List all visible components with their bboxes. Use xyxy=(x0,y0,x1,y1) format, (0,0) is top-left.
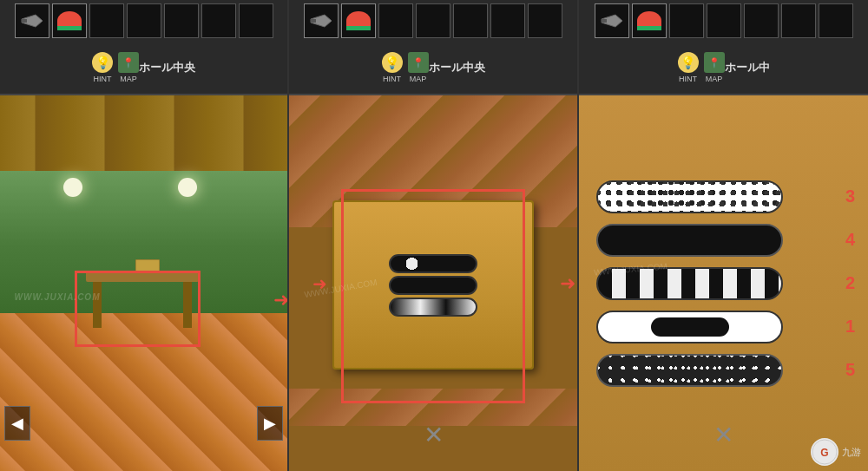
flowers-pattern-5 xyxy=(598,356,781,385)
band-number-1: 1 xyxy=(845,317,855,337)
left-location-label: ホール中央 xyxy=(139,60,195,75)
middle-scene-area: ➜ ➜ WWW.JUXIA.COM ✕ xyxy=(289,95,577,471)
main-container: 💡 HINT 📍 MAP ホール中央 xyxy=(0,0,868,471)
left-watermark: WWW.JUXIA.COM xyxy=(15,292,101,302)
middle-inventory-row xyxy=(304,3,562,38)
right-hint-label: HINT xyxy=(679,75,697,83)
logo-badge: G 九游 xyxy=(811,438,861,466)
knife-icon xyxy=(20,13,44,29)
middle-inv-slot-7[interactable] xyxy=(528,3,562,38)
middle-map-label: MAP xyxy=(410,75,427,83)
left-selection-box xyxy=(75,271,201,347)
panel-middle: 💡 HINT 📍 MAP ホール中央 xyxy=(289,0,579,471)
right-inv-slot-5[interactable] xyxy=(744,3,779,38)
left-to-middle-arrow: ➜ xyxy=(273,291,287,310)
right-inv-slot-7[interactable] xyxy=(819,3,853,38)
panel-right: 💡 HINT 📍 MAP ホール中 xyxy=(579,0,868,471)
middle-inv-slot-4[interactable] xyxy=(416,3,450,38)
right-map-icon: 📍 xyxy=(704,52,725,73)
band-visual-5 xyxy=(596,354,783,387)
svg-text:G: G xyxy=(820,447,828,459)
svg-rect-1 xyxy=(22,19,27,23)
watermelon-icon xyxy=(57,11,82,30)
right-watermelon-icon xyxy=(637,11,661,30)
middle-controls-row: 💡 HINT 📍 MAP ホール中央 xyxy=(382,45,485,90)
band-visual-3 xyxy=(596,180,783,213)
middle-hint-icon: 💡 xyxy=(382,52,403,73)
inv-slot-4[interactable] xyxy=(127,3,161,38)
middle-location-label: ホール中央 xyxy=(429,60,485,75)
logo-svg: G xyxy=(812,439,838,465)
right-inv-slot-knife[interactable] xyxy=(595,3,629,38)
middle-watermelon-icon xyxy=(346,11,371,30)
middle-hint-button[interactable]: 💡 HINT xyxy=(382,52,403,83)
band-number-4: 4 xyxy=(845,230,855,250)
box-scene: ➜ ➜ WWW.JUXIA.COM ✕ xyxy=(289,95,577,471)
middle-map-icon: 📍 xyxy=(408,52,429,73)
logo-text: 九游 xyxy=(842,446,861,459)
inv-slot-3[interactable] xyxy=(89,3,124,38)
left-inventory-row xyxy=(15,3,273,38)
right-close-button[interactable]: ✕ xyxy=(707,417,741,452)
middle-knife-icon xyxy=(309,13,333,29)
band-item-3[interactable]: 3 xyxy=(596,180,833,213)
band-number-2: 2 xyxy=(845,273,855,293)
middle-inv-slot-6[interactable] xyxy=(490,3,525,38)
hint-icon: 💡 xyxy=(92,52,113,73)
right-hint-map: 💡 HINT 📍 MAP xyxy=(678,52,725,83)
right-knife-icon xyxy=(600,13,624,29)
svg-rect-5 xyxy=(602,19,607,23)
band-number-3: 3 xyxy=(845,186,855,206)
room-scene: ➜ WWW.JUXIA.COM ◀ ▶ xyxy=(0,95,287,471)
middle-selection-box xyxy=(341,189,526,403)
band-item-1[interactable]: 1 xyxy=(596,311,833,343)
left-top-bar: 💡 HINT 📍 MAP ホール中央 xyxy=(0,0,287,95)
left-scene-area: ➜ WWW.JUXIA.COM ◀ ▶ xyxy=(0,95,287,471)
middle-hint-map: 💡 HINT 📍 MAP xyxy=(382,52,429,83)
panel-left: 💡 HINT 📍 MAP ホール中央 xyxy=(0,0,289,471)
middle-hint-label: HINT xyxy=(383,75,401,83)
band-visual-1 xyxy=(596,311,783,343)
band-item-5[interactable]: 5 xyxy=(596,354,833,387)
middle-close-button[interactable]: ✕ xyxy=(416,417,450,452)
inv-slot-7[interactable] xyxy=(239,3,273,38)
right-inventory-row xyxy=(595,3,853,38)
inv-slot-watermelon[interactable] xyxy=(52,3,87,38)
right-inv-slot-3[interactable] xyxy=(669,3,704,38)
map-label: MAP xyxy=(120,75,137,83)
right-map-label: MAP xyxy=(706,75,723,83)
center-oval xyxy=(651,317,729,337)
right-inv-slot-6[interactable] xyxy=(781,3,816,38)
nav-arrow-left[interactable]: ◀ xyxy=(4,406,30,441)
right-inv-slot-4[interactable] xyxy=(707,3,741,38)
right-hint-icon: 💡 xyxy=(678,52,699,73)
inv-slot-knife[interactable] xyxy=(15,3,49,38)
middle-to-right-arrow: ➜ xyxy=(560,272,575,295)
middle-inv-slot-watermelon[interactable] xyxy=(341,3,376,38)
inv-slot-5[interactable] xyxy=(164,3,199,38)
inv-slot-6[interactable] xyxy=(201,3,236,38)
right-hint-button[interactable]: 💡 HINT xyxy=(678,52,699,83)
right-controls-row: 💡 HINT 📍 MAP ホール中 xyxy=(678,45,770,90)
map-icon: 📍 xyxy=(118,52,139,73)
svg-rect-3 xyxy=(311,19,316,23)
right-top-bar: 💡 HINT 📍 MAP ホール中 xyxy=(579,0,868,95)
middle-inv-slot-knife[interactable] xyxy=(304,3,339,38)
logo-circle: G xyxy=(811,438,838,466)
middle-inv-slot-3[interactable] xyxy=(378,3,413,38)
left-map-button[interactable]: 📍 MAP xyxy=(118,52,139,83)
middle-map-button[interactable]: 📍 MAP xyxy=(408,52,429,83)
band-number-5: 5 xyxy=(845,360,855,380)
band-item-4[interactable]: 4 xyxy=(596,224,833,257)
band-panel: 3 4 2 1 xyxy=(579,95,868,471)
nav-arrow-right[interactable]: ▶ xyxy=(257,406,283,441)
middle-inv-slot-5[interactable] xyxy=(453,3,488,38)
dots-pattern-3 xyxy=(598,182,781,212)
band-visual-4 xyxy=(596,224,783,257)
left-hint-button[interactable]: 💡 HINT xyxy=(92,52,113,83)
right-inv-slot-watermelon[interactable] xyxy=(632,3,667,38)
right-location-label: ホール中 xyxy=(725,60,770,75)
left-hint-map: 💡 HINT 📍 MAP xyxy=(92,52,139,83)
left-controls-row: 💡 HINT 📍 MAP ホール中央 xyxy=(92,45,195,90)
right-map-button[interactable]: 📍 MAP xyxy=(704,52,725,83)
